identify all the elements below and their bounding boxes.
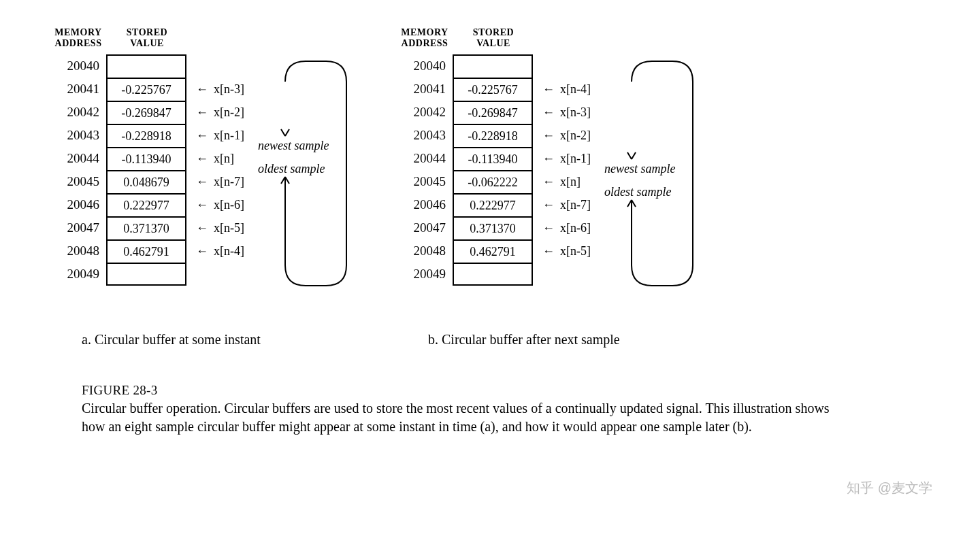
stored-value: -0.228918 bbox=[453, 124, 533, 147]
table-row: 200480.462791 bbox=[401, 239, 534, 263]
table-row: 20042-0.269847 bbox=[401, 101, 534, 124]
pointers-a: ←x[n-3]←x[n-2]←x[n-1]←x[n]←x[n-7]←x[n-6]… bbox=[196, 54, 244, 286]
stored-value bbox=[106, 263, 186, 286]
table-row: 20040 bbox=[401, 54, 534, 78]
caption-a: a. Circular buffer at some instant bbox=[54, 332, 261, 348]
header-value: STORED VALUE bbox=[453, 27, 534, 49]
memory-address: 20045 bbox=[54, 174, 106, 189]
figure-caption: FIGURE 28-3 Circular buffer operation. C… bbox=[54, 382, 830, 436]
pointer-label bbox=[542, 263, 591, 286]
table-row: 20044-0.113940 bbox=[54, 147, 188, 170]
stored-value bbox=[453, 263, 533, 286]
pointer-text: x[n-3] bbox=[214, 82, 244, 97]
pointer-label: ←x[n-4] bbox=[542, 78, 591, 101]
table-row: 200470.371370 bbox=[54, 216, 188, 239]
pointer-label: ←x[n-2] bbox=[542, 124, 591, 147]
pointer-label: ←x[n] bbox=[542, 170, 591, 193]
stored-value: 0.462791 bbox=[106, 239, 186, 263]
memory-address: 20040 bbox=[401, 58, 453, 73]
memory-address: 20043 bbox=[401, 128, 453, 143]
left-arrow-icon: ← bbox=[196, 152, 208, 166]
table-row: 20049 bbox=[54, 263, 188, 286]
loop-arrow-a-icon bbox=[258, 54, 360, 299]
pointer-text: x[n] bbox=[214, 152, 234, 166]
pointer-label: ←x[n-7] bbox=[196, 170, 244, 193]
left-arrow-icon: ← bbox=[196, 129, 208, 143]
memory-address: 20049 bbox=[54, 267, 106, 282]
diagram-a-table: MEMORY ADDRESS STORED VALUE 2004020041-0… bbox=[54, 27, 188, 286]
memory-address: 20047 bbox=[54, 220, 106, 235]
pointer-label bbox=[196, 54, 244, 78]
pointer-text: x[n-6] bbox=[560, 221, 591, 235]
oldest-label-b: oldest sample bbox=[604, 185, 672, 199]
side-a: newest sample oldest sample bbox=[258, 54, 360, 313]
stored-value bbox=[106, 54, 186, 78]
pointer-text: x[n-1] bbox=[214, 129, 244, 143]
pointer-text: x[n-6] bbox=[214, 198, 244, 212]
table-row: 20043-0.228918 bbox=[401, 124, 534, 147]
header-memory: MEMORY ADDRESS bbox=[401, 27, 448, 49]
stored-value bbox=[453, 54, 533, 78]
table-row: 20044-0.113940 bbox=[401, 147, 534, 170]
table-row: 200460.222977 bbox=[401, 193, 534, 216]
pointer-text: x[n-2] bbox=[214, 105, 244, 120]
pointer-text: x[n-7] bbox=[214, 175, 244, 189]
pointer-label bbox=[196, 263, 244, 286]
pointers-b: ←x[n-4]←x[n-3]←x[n-2]←x[n-1]←x[n]←x[n-7]… bbox=[542, 54, 591, 286]
side-b: newest sample oldest sample bbox=[604, 54, 706, 313]
left-arrow-icon: ← bbox=[196, 221, 208, 235]
memory-address: 20046 bbox=[54, 197, 106, 212]
stored-value: -0.269847 bbox=[453, 101, 533, 124]
newest-label-a: newest sample bbox=[258, 139, 329, 153]
pointer-label: ←x[n] bbox=[196, 147, 244, 170]
loop-arrow-b-icon bbox=[604, 54, 706, 299]
pointer-label bbox=[542, 54, 591, 78]
table-body-a: 2004020041-0.22576720042-0.26984720043-0… bbox=[54, 54, 188, 286]
stored-value: 0.222977 bbox=[453, 193, 533, 216]
pointer-label: ←x[n-4] bbox=[196, 239, 244, 263]
caption-b: b. Circular buffer after next sample bbox=[401, 332, 620, 348]
left-arrow-icon: ← bbox=[542, 244, 555, 258]
pointer-text: x[n-2] bbox=[560, 129, 591, 143]
left-arrow-icon: ← bbox=[542, 198, 555, 212]
stored-value: -0.225767 bbox=[106, 78, 186, 101]
pointer-label: ←x[n-3] bbox=[542, 101, 591, 124]
left-arrow-icon: ← bbox=[542, 175, 555, 189]
oldest-label-a: oldest sample bbox=[258, 162, 325, 176]
table-headers: MEMORY ADDRESS STORED VALUE bbox=[54, 27, 188, 49]
stored-value: 0.222977 bbox=[106, 193, 186, 216]
pointer-label: ←x[n-2] bbox=[196, 101, 244, 124]
stored-value: -0.113940 bbox=[106, 147, 186, 170]
memory-address: 20049 bbox=[401, 267, 453, 282]
stored-value: -0.113940 bbox=[453, 147, 533, 170]
figure-text: Circular buffer operation. Circular buff… bbox=[82, 401, 830, 434]
pointer-text: x[n-1] bbox=[560, 152, 591, 166]
table-row: 20041-0.225767 bbox=[401, 78, 534, 101]
table-body-b: 2004020041-0.22576720042-0.26984720043-0… bbox=[401, 54, 534, 286]
pointer-text: x[n-5] bbox=[560, 244, 591, 258]
left-arrow-icon: ← bbox=[542, 129, 555, 143]
memory-address: 20048 bbox=[54, 243, 106, 258]
memory-address: 20044 bbox=[54, 151, 106, 166]
pointer-label: ←x[n-6] bbox=[196, 193, 244, 216]
diagram-a: MEMORY ADDRESS STORED VALUE 2004020041-0… bbox=[54, 27, 360, 348]
header-memory: MEMORY ADDRESS bbox=[54, 27, 102, 49]
pointer-text: x[n-4] bbox=[214, 244, 244, 258]
pointer-label: ←x[n-7] bbox=[542, 193, 591, 216]
header-value: STORED VALUE bbox=[106, 27, 188, 49]
memory-address: 20040 bbox=[54, 58, 106, 73]
table-row: 20045-0.062222 bbox=[401, 170, 534, 193]
pointer-label: ←x[n-1] bbox=[196, 124, 244, 147]
table-row: 20041-0.225767 bbox=[54, 78, 188, 101]
left-arrow-icon: ← bbox=[542, 221, 555, 235]
table-row: 200460.222977 bbox=[54, 193, 188, 216]
memory-address: 20042 bbox=[401, 105, 453, 120]
table-row: 20040 bbox=[54, 54, 188, 78]
table-row: 20042-0.269847 bbox=[54, 101, 188, 124]
memory-address: 20041 bbox=[401, 82, 453, 97]
table-row: 20049 bbox=[401, 263, 534, 286]
pointer-label: ←x[n-5] bbox=[542, 239, 591, 263]
diagram-b: MEMORY ADDRESS STORED VALUE 2004020041-0… bbox=[401, 27, 706, 348]
stored-value: -0.225767 bbox=[453, 78, 533, 101]
pointer-text: x[n-7] bbox=[560, 198, 591, 212]
